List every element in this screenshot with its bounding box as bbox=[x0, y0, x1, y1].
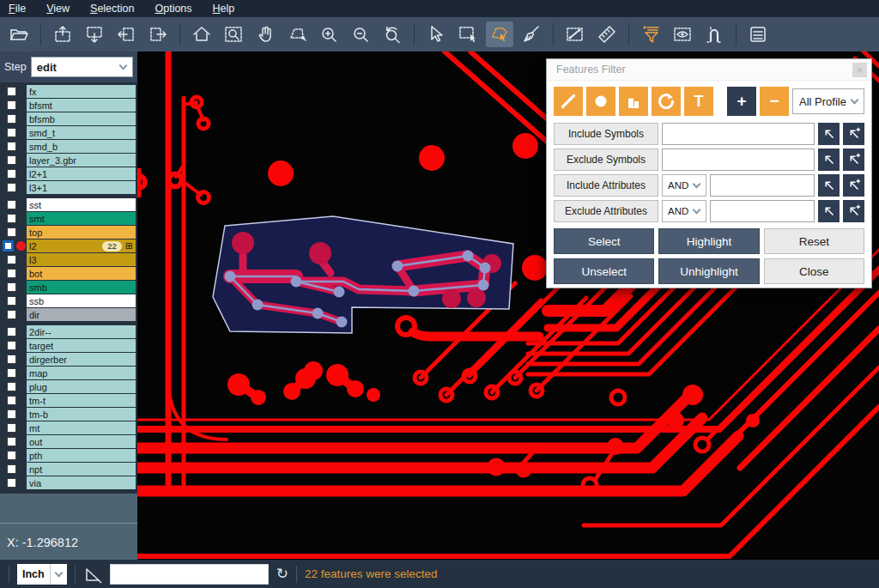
layer-visibility-checkbox[interactable] bbox=[7, 296, 16, 306]
layer-visibility-checkbox[interactable] bbox=[7, 464, 16, 474]
filter-label-button[interactable]: Exclude Attributes bbox=[554, 200, 658, 222]
grid-icon[interactable]: ⊞ bbox=[125, 240, 133, 252]
layer-name[interactable]: l3 bbox=[27, 253, 136, 266]
view-options-icon[interactable] bbox=[669, 21, 696, 47]
line-tool-button[interactable] bbox=[554, 87, 583, 116]
layer-visibility-checkbox[interactable] bbox=[7, 327, 16, 336]
layer-visibility-checkbox[interactable] bbox=[7, 423, 16, 433]
layer-name[interactable]: bfsmb bbox=[27, 112, 136, 125]
pan-up-icon[interactable] bbox=[49, 21, 76, 47]
layer-visibility-checkbox[interactable] bbox=[7, 87, 16, 96]
command-input[interactable] bbox=[110, 564, 269, 585]
text-tool-button[interactable]: T bbox=[684, 87, 713, 116]
profile-dropdown[interactable]: All Profile bbox=[792, 88, 864, 114]
menu-file[interactable]: File bbox=[9, 3, 26, 15]
select-rectangle-icon[interactable] bbox=[454, 21, 482, 47]
snap-magnet-icon[interactable] bbox=[700, 21, 728, 47]
layer-visibility-checkbox[interactable] bbox=[7, 382, 16, 391]
layer-name[interactable]: pth bbox=[27, 449, 136, 462]
layer-visibility-checkbox[interactable] bbox=[7, 100, 16, 110]
layer-visibility-checkbox[interactable] bbox=[7, 451, 16, 460]
filter-value-input[interactable] bbox=[710, 200, 815, 222]
layer-name[interactable]: smb bbox=[27, 281, 136, 294]
layer-name[interactable]: bot bbox=[27, 267, 136, 280]
pick-from-canvas-button[interactable] bbox=[818, 174, 840, 197]
layer-name[interactable]: map bbox=[27, 367, 136, 379]
layer-visibility-checkbox[interactable] bbox=[7, 114, 16, 124]
layer-name[interactable]: sst bbox=[27, 198, 136, 211]
step-dropdown[interactable]: edit bbox=[31, 57, 133, 77]
zoom-area-icon[interactable] bbox=[220, 21, 247, 47]
layer-visibility-checkbox[interactable] bbox=[7, 368, 16, 378]
reset-button[interactable]: Reset bbox=[764, 228, 864, 254]
pick-add-from-canvas-button[interactable] bbox=[843, 149, 864, 171]
layer-visibility-checkbox[interactable] bbox=[7, 437, 16, 446]
highlight-button[interactable]: Highlight bbox=[658, 228, 759, 254]
add-filter-button[interactable]: + bbox=[727, 87, 756, 116]
layer-name[interactable]: mt bbox=[27, 421, 136, 434]
layer-visibility-checkbox[interactable] bbox=[7, 128, 16, 137]
pick-add-from-canvas-button[interactable] bbox=[843, 123, 864, 145]
dialog-titlebar[interactable]: Features Filter ✕ bbox=[547, 59, 871, 81]
layer-name[interactable]: target bbox=[27, 339, 136, 352]
features-filter-icon[interactable] bbox=[637, 21, 664, 47]
layer-name[interactable]: l222⊞ bbox=[27, 239, 136, 252]
and-or-dropdown[interactable]: AND bbox=[662, 174, 706, 197]
zoom-home-icon[interactable] bbox=[188, 21, 215, 47]
pan-right-icon[interactable] bbox=[144, 21, 172, 47]
remove-filter-button[interactable]: − bbox=[760, 87, 789, 116]
zoom-polygon-icon[interactable] bbox=[283, 21, 311, 47]
select-polygon-icon[interactable] bbox=[486, 21, 513, 47]
layer-visibility-checkbox[interactable] bbox=[7, 255, 16, 264]
layer-visibility-checkbox[interactable] bbox=[7, 341, 16, 350]
pan-left-icon[interactable] bbox=[112, 21, 140, 47]
layer-name[interactable]: npt bbox=[27, 463, 136, 476]
layer-name[interactable]: fx bbox=[27, 85, 136, 98]
report-form-icon[interactable] bbox=[744, 21, 772, 47]
layer-name[interactable]: ssb bbox=[27, 294, 136, 307]
clean-tool-icon[interactable] bbox=[518, 21, 545, 47]
filter-label-button[interactable]: Include Symbols bbox=[554, 123, 658, 145]
layer-name[interactable]: l2+1 bbox=[27, 167, 136, 180]
zoom-previous-icon[interactable] bbox=[379, 21, 406, 47]
measure-line-icon[interactable] bbox=[561, 21, 589, 47]
layer-name[interactable]: layer_3.gbr bbox=[27, 154, 136, 167]
unselect-button[interactable]: Unselect bbox=[554, 258, 654, 284]
layer-name[interactable]: l3+1 bbox=[27, 181, 136, 194]
layer-visibility-checkbox[interactable] bbox=[7, 409, 16, 419]
layer-name[interactable]: tm-b bbox=[27, 408, 136, 421]
menu-view[interactable]: View bbox=[46, 3, 70, 15]
pick-add-from-canvas-button[interactable] bbox=[843, 174, 864, 197]
zoom-out-icon[interactable] bbox=[347, 21, 374, 47]
layer-visibility-checkbox[interactable] bbox=[7, 200, 16, 209]
pick-add-from-canvas-button[interactable] bbox=[843, 200, 864, 222]
and-or-dropdown[interactable]: AND bbox=[662, 200, 706, 222]
filter-value-input[interactable] bbox=[662, 123, 815, 145]
layer-name[interactable]: plug bbox=[27, 380, 136, 393]
layer-visibility-checkbox[interactable] bbox=[7, 142, 16, 151]
layer-visibility-checkbox[interactable] bbox=[7, 355, 16, 364]
layer-name[interactable]: dirgerber bbox=[27, 353, 136, 366]
pan-hand-icon[interactable] bbox=[252, 21, 279, 47]
pan-down-icon[interactable] bbox=[81, 21, 108, 47]
filter-label-button[interactable]: Include Attributes bbox=[554, 174, 658, 197]
layer-name[interactable]: smt bbox=[27, 212, 136, 225]
layer-name[interactable]: smd_b bbox=[27, 140, 136, 153]
zoom-in-icon[interactable] bbox=[315, 21, 343, 47]
layer-visibility-checkbox[interactable] bbox=[7, 214, 16, 223]
layer-visibility-checkbox[interactable] bbox=[7, 269, 16, 278]
unhighlight-button[interactable]: Unhighlight bbox=[658, 258, 759, 284]
select-button[interactable]: Select bbox=[554, 228, 654, 254]
menu-options[interactable]: Options bbox=[155, 3, 191, 15]
layer-name[interactable]: smd_t bbox=[27, 126, 136, 139]
close-button[interactable]: Close bbox=[764, 258, 864, 284]
layer-visibility-checkbox[interactable] bbox=[7, 478, 16, 488]
measure-ruler-icon[interactable] bbox=[593, 21, 621, 47]
filter-value-input[interactable] bbox=[710, 174, 815, 197]
select-arrow-icon[interactable] bbox=[422, 21, 450, 47]
layer-visibility-checkbox[interactable] bbox=[7, 155, 16, 165]
layer-visibility-checkbox[interactable] bbox=[7, 310, 16, 319]
layer-name[interactable]: bfsmt bbox=[27, 99, 136, 112]
layer-name[interactable]: dir bbox=[27, 308, 136, 321]
layer-name[interactable]: out bbox=[27, 435, 136, 448]
